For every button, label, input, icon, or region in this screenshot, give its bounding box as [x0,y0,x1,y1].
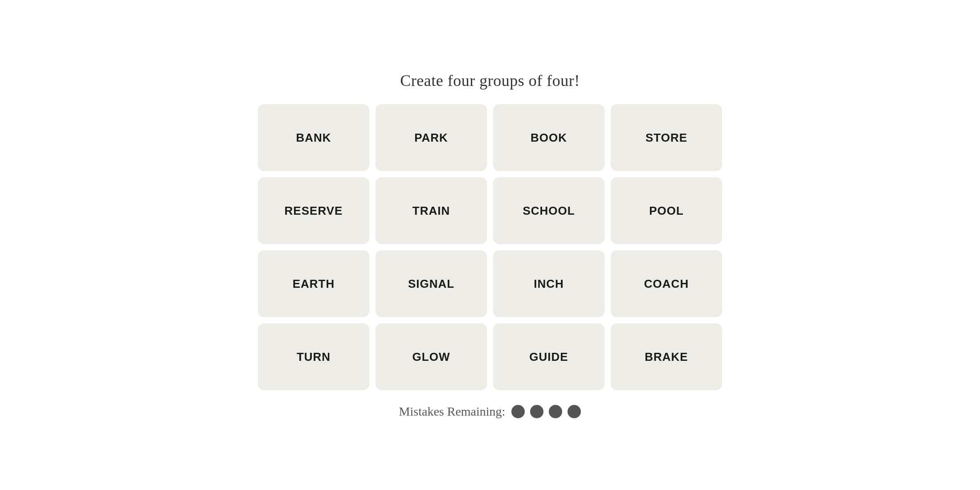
tile-label: STORE [645,131,687,145]
tile-glow[interactable]: GLOW [376,323,487,390]
tile-brake[interactable]: BRAKE [611,323,722,390]
tile-train[interactable]: TRAIN [376,177,487,244]
tile-book[interactable]: BOOK [493,104,604,171]
tile-label: EARTH [293,277,335,291]
tile-school[interactable]: SCHOOL [493,177,604,244]
tile-signal[interactable]: SIGNAL [376,250,487,317]
tile-pool[interactable]: POOL [611,177,722,244]
tile-reserve[interactable]: RESERVE [258,177,369,244]
tile-label: TRAIN [412,204,450,218]
tile-label: RESERVE [285,204,343,218]
tile-label: COACH [644,277,689,291]
tile-park[interactable]: PARK [376,104,487,171]
tile-label: SCHOOL [523,204,575,218]
game-container: Create four groups of four! BANKPARKBOOK… [0,71,980,419]
mistake-dot [549,405,562,418]
mistake-dot [530,405,543,418]
tile-label: GLOW [412,350,450,364]
mistakes-label: Mistakes Remaining: [399,404,506,419]
tile-earth[interactable]: EARTH [258,250,369,317]
tile-grid: BANKPARKBOOKSTORERESERVETRAINSCHOOLPOOLE… [258,104,722,390]
tile-label: SIGNAL [408,277,454,291]
tile-label: BANK [296,131,331,145]
tile-coach[interactable]: COACH [611,250,722,317]
tile-label: TURN [297,350,331,364]
mistake-dot [568,405,581,418]
subtitle: Create four groups of four! [400,71,580,90]
tile-label: GUIDE [529,350,568,364]
tile-store[interactable]: STORE [611,104,722,171]
dots-container [511,405,581,418]
tile-inch[interactable]: INCH [493,250,604,317]
tile-label: PARK [414,131,448,145]
tile-label: POOL [649,204,684,218]
mistakes-row: Mistakes Remaining: [399,404,581,419]
mistake-dot [511,405,525,418]
tile-label: BRAKE [645,350,688,364]
tile-bank[interactable]: BANK [258,104,369,171]
tile-label: INCH [534,277,564,291]
tile-label: BOOK [531,131,567,145]
tile-guide[interactable]: GUIDE [493,323,604,390]
tile-turn[interactable]: TURN [258,323,369,390]
